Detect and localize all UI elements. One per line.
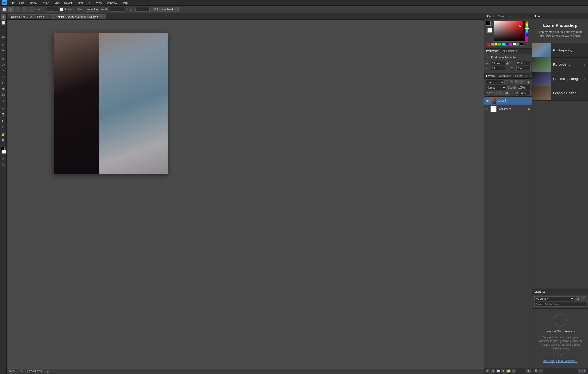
swatch-magenta[interactable] [509, 43, 512, 46]
tab-adjustments[interactable]: Adjustments [500, 49, 519, 54]
lock-position-icon[interactable]: ✛ [501, 91, 505, 95]
tool-brush[interactable]: 🖌 [1, 62, 6, 68]
marquee-row-icon[interactable]: ― [22, 7, 27, 12]
library-search[interactable] [534, 302, 586, 307]
learn-item-retouching[interactable]: Retouching › [532, 58, 588, 72]
lock-transparent-icon[interactable]: ⬛ [493, 91, 497, 95]
libraries-tab[interactable]: Libraries [534, 290, 545, 293]
learn-tab[interactable]: Learn [535, 15, 542, 18]
tool-crop[interactable]: ✂ [1, 42, 6, 48]
tab-properties[interactable]: Properties [484, 49, 500, 54]
tool-text[interactable]: T [1, 112, 6, 118]
new-adjustment-btn[interactable]: ◑ [501, 369, 505, 373]
tool-eraser[interactable]: ◻ [1, 80, 6, 86]
blend-mode-select[interactable]: Normal [486, 85, 506, 90]
menu-file[interactable]: File [8, 1, 17, 5]
marquee-circle-icon[interactable]: ○ [15, 7, 20, 12]
layer1-visibility-icon[interactable]: 👁 [486, 99, 489, 103]
tab-paths[interactable]: Paths [513, 73, 525, 78]
tool-clone[interactable]: ☑ [1, 68, 6, 74]
close-tab-2[interactable]: × [101, 16, 103, 18]
menu-3d[interactable]: 3D [86, 1, 94, 5]
tool-lasso[interactable]: ⌒ [1, 28, 6, 34]
layers-filter-icon[interactable]: ⊞ [525, 74, 528, 78]
layer-filter-toggle[interactable]: ● [527, 80, 531, 84]
arrow-icon[interactable]: ▶ [47, 370, 49, 373]
close-tab-1[interactable]: × [47, 16, 49, 18]
lib-search-stock-btn[interactable]: 🔍 [534, 369, 538, 373]
menu-image[interactable]: Image [27, 1, 39, 5]
menu-view[interactable]: View [94, 1, 104, 5]
add-mask-btn[interactable]: ⬜ [496, 369, 500, 373]
menu-window[interactable]: Window [105, 1, 119, 5]
link-wh-icon[interactable]: 🔗 [506, 62, 509, 65]
swatch-black[interactable] [520, 43, 523, 46]
doc-tab-2[interactable]: Untitled-2 @ 100% (Layer 1, RGB/8#) × [52, 14, 106, 19]
learn-item-combining[interactable]: Combining Images › [532, 72, 588, 86]
swatch-cyan[interactable] [502, 43, 505, 46]
lib-settings-btn[interactable]: ⚙ [582, 369, 586, 373]
marquee-rect-icon[interactable]: ▪ [8, 7, 14, 12]
fill-input[interactable] [519, 91, 531, 95]
tool-marquee[interactable]: ⬜ [1, 20, 6, 26]
style-select[interactable]: Normal [85, 7, 99, 12]
swatch-yellow[interactable] [494, 43, 498, 46]
library-list-view-btn[interactable]: ≡ [581, 296, 586, 301]
tool-rectangle[interactable]: □ [1, 124, 6, 130]
filter-pixel-icon[interactable]: ⬛ [506, 80, 509, 84]
opacity-input[interactable] [518, 85, 530, 90]
tab-layers[interactable]: Layers [484, 73, 497, 78]
library-plus-icon[interactable]: + [554, 314, 567, 327]
learn-item-graphic-design[interactable]: Graphic Design › [532, 86, 588, 101]
swatch-red[interactable] [487, 43, 490, 46]
lock-all-icon[interactable]: 🔒 [505, 91, 509, 95]
tool-healing[interactable]: ⊕ [1, 56, 6, 62]
x-input[interactable] [491, 66, 505, 70]
properties-panel-collapse[interactable]: — [528, 49, 532, 54]
quick-mask-btn[interactable]: ○ [1, 156, 6, 162]
menu-type[interactable]: Type [51, 1, 62, 5]
alpha-strip[interactable] [523, 21, 525, 42]
library-select[interactable]: My Library [534, 296, 574, 301]
tool-hand[interactable]: ✋ [1, 132, 6, 138]
kind-select[interactable]: Kind [486, 80, 505, 84]
feather-input[interactable] [47, 7, 58, 12]
menu-edit[interactable]: Edit [17, 1, 26, 5]
layers-settings-icon[interactable]: ⚙ [529, 74, 532, 78]
link-layers-btn[interactable]: 🔗 [486, 369, 490, 373]
canvas-scroll[interactable] [7, 20, 484, 369]
library-help-icon[interactable]: ? [558, 353, 562, 357]
tab-color[interactable]: Color [486, 14, 495, 18]
libraries-collapse[interactable]: — [583, 290, 586, 293]
filter-adjustment-icon[interactable]: ◑ [510, 80, 513, 84]
tab-channels[interactable]: Channels [497, 73, 513, 78]
height-input[interactable] [135, 7, 150, 12]
tool-dodge[interactable]: ○ [1, 98, 6, 104]
width-input[interactable] [110, 7, 124, 12]
antialiased-checkbox[interactable] [60, 8, 63, 11]
filter-shape-icon[interactable]: ▷ [518, 80, 522, 84]
y-input[interactable] [516, 66, 531, 70]
filter-smart-icon[interactable]: ✦ [522, 80, 526, 84]
tab-swatches[interactable]: Swatches [497, 14, 512, 18]
swatch-gray[interactable] [516, 43, 519, 46]
tool-move[interactable]: ✛ [1, 14, 6, 20]
tool-eyedropper[interactable]: ✒ [1, 48, 6, 54]
lib-add-content-btn[interactable]: + [539, 369, 543, 373]
foreground-color-box[interactable] [486, 21, 491, 26]
lib-collaborate-btn[interactable]: 👤 [578, 369, 582, 373]
lock-pixels-icon[interactable]: ✏ [497, 91, 501, 95]
swatch-white[interactable] [513, 43, 516, 46]
tool-pen[interactable]: ✏ [1, 106, 6, 112]
tool-quick-selection[interactable]: ◎ [1, 34, 6, 40]
layer-item-layer1[interactable]: 👁 Layer 1 [484, 97, 532, 105]
h-input[interactable] [516, 61, 530, 65]
library-new-link[interactable]: New Library from Document... [543, 360, 578, 363]
tool-gradient[interactable]: ▦ [1, 86, 6, 92]
swatch-blue[interactable] [505, 43, 508, 46]
menu-filter[interactable]: Filter [75, 1, 85, 5]
tool-zoom[interactable]: 🔍 [1, 138, 6, 144]
background-color[interactable] [2, 150, 6, 154]
background-visibility-icon[interactable]: 👁 [486, 107, 489, 111]
select-mask-button[interactable]: Select and Mask... [151, 7, 178, 12]
